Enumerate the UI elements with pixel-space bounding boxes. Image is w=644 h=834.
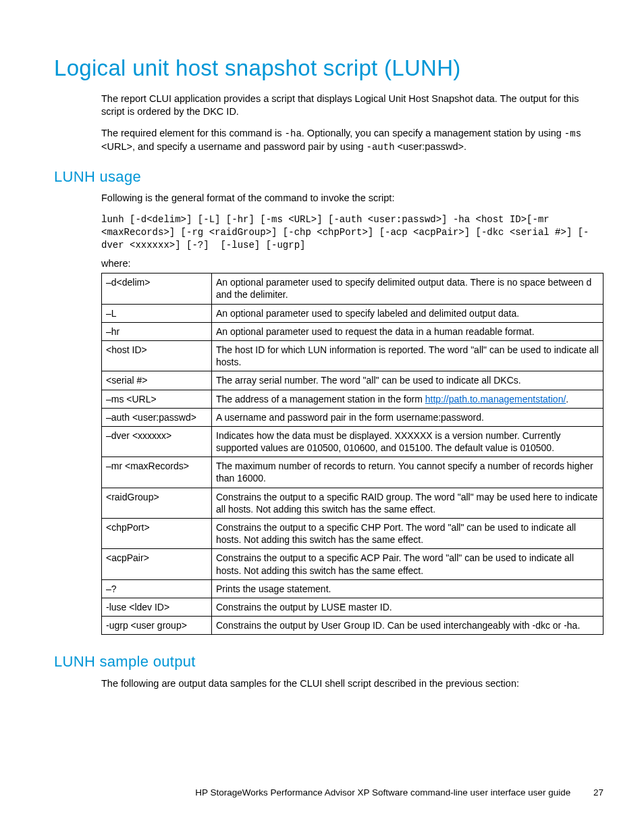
table-row: –ms <URL>The address of a management sta… (102, 390, 603, 408)
param-name: <serial #> (102, 371, 212, 390)
param-name: –auth <user:passwd> (102, 408, 212, 426)
table-row: -luse <ldev ID>Constrains the output by … (102, 598, 603, 616)
param-name: –ms <URL> (102, 390, 212, 408)
param-desc: A username and password pair in the form… (212, 408, 603, 426)
param-name: –? (102, 579, 212, 598)
param-name: <chpPort> (102, 519, 212, 549)
param-desc: The host ID for which LUN information is… (212, 340, 603, 371)
table-row: <serial #>The array serial number. The w… (102, 371, 603, 390)
table-row: –dver <xxxxxx>Indicates how the data mus… (102, 426, 603, 457)
table-row: <raidGroup>Constrains the output to a sp… (102, 488, 603, 518)
table-row: -ugrp <user group>Constrains the output … (102, 617, 603, 635)
intro2-code-ms: -ms (564, 128, 581, 139)
intro2-code-ha: -ha (285, 128, 302, 139)
table-row: –d<delim>An optional parameter used to s… (102, 273, 603, 304)
param-name: <host ID> (102, 340, 212, 371)
where-label: where: (101, 257, 603, 271)
param-name: –dver <xxxxxx> (102, 426, 212, 457)
usage-intro: Following is the general format of the c… (101, 192, 603, 205)
param-name: –d<delim> (102, 273, 212, 304)
parameters-table: –d<delim>An optional parameter used to s… (101, 273, 603, 635)
intro2-text-d: <user:passwd>. (395, 141, 466, 152)
param-desc: The maximum number of records to return.… (212, 457, 603, 488)
table-row: –hrAn optional parameter used to request… (102, 322, 603, 340)
table-row: –mr <maxRecords>The maximum number of re… (102, 457, 603, 488)
param-name: –L (102, 304, 212, 322)
param-desc: The array serial number. The word "all" … (212, 371, 603, 390)
param-name: -ugrp <user group> (102, 617, 212, 635)
section-usage-heading: LUNH usage (54, 167, 603, 187)
param-desc: Constrains the output by LUSE master ID. (212, 598, 603, 616)
param-name: –hr (102, 322, 212, 340)
param-desc: Constrains the output to a specific RAID… (212, 488, 603, 518)
usage-code-block: lunh [-d<delim>] [-L] [-hr] [-ms <URL>] … (101, 213, 603, 252)
intro-paragraph-2: The required element for this command is… (101, 127, 603, 154)
table-row: –LAn optional parameter used to specify … (102, 304, 603, 322)
intro2-code-auth: -auth (367, 142, 395, 153)
table-row: <acpPair>Constrains the output to a spec… (102, 549, 603, 579)
param-desc: Indicates how the data must be displayed… (212, 426, 603, 457)
sample-intro: The following are output data samples fo… (101, 677, 603, 691)
param-name: –mr <maxRecords> (102, 457, 212, 488)
page-number: 27 (593, 787, 603, 799)
param-desc: An optional parameter used to specify de… (212, 273, 603, 304)
param-name: -luse <ldev ID> (102, 598, 212, 616)
footer-text: HP StorageWorks Performance Advisor XP S… (195, 787, 570, 798)
intro2-text-a: The required element for this command is (101, 128, 285, 138)
param-desc: The address of a management station in t… (212, 390, 603, 408)
intro-paragraph-1: The report CLUI application provides a s… (101, 93, 603, 119)
section-sample-heading: LUNH sample output (54, 652, 603, 672)
intro2-text-b: . Optionally, you can specify a manageme… (302, 128, 564, 138)
table-row: <host ID>The host ID for which LUN infor… (102, 340, 603, 371)
param-desc: Prints the usage statement. (212, 579, 603, 598)
param-desc: An optional parameter used to specify la… (212, 304, 603, 322)
param-desc: Constrains the output by User Group ID. … (212, 617, 603, 635)
param-desc: Constrains the output to a specific ACP … (212, 549, 603, 579)
management-station-link[interactable]: http://path.to.managementstation/ (425, 394, 566, 405)
page-footer: HP StorageWorks Performance Advisor XP S… (0, 787, 603, 799)
table-row: <chpPort>Constrains the output to a spec… (102, 519, 603, 549)
intro2-text-c: <URL>, and specify a username and passwo… (101, 141, 367, 152)
param-desc: Constrains the output to a specific CHP … (212, 519, 603, 549)
param-name: <acpPair> (102, 549, 212, 579)
param-desc: An optional parameter used to request th… (212, 322, 603, 340)
table-row: –?Prints the usage statement. (102, 579, 603, 598)
page-title: Logical unit host snapshot script (LUNH) (54, 54, 603, 83)
param-name: <raidGroup> (102, 488, 212, 518)
table-row: –auth <user:passwd>A username and passwo… (102, 408, 603, 426)
